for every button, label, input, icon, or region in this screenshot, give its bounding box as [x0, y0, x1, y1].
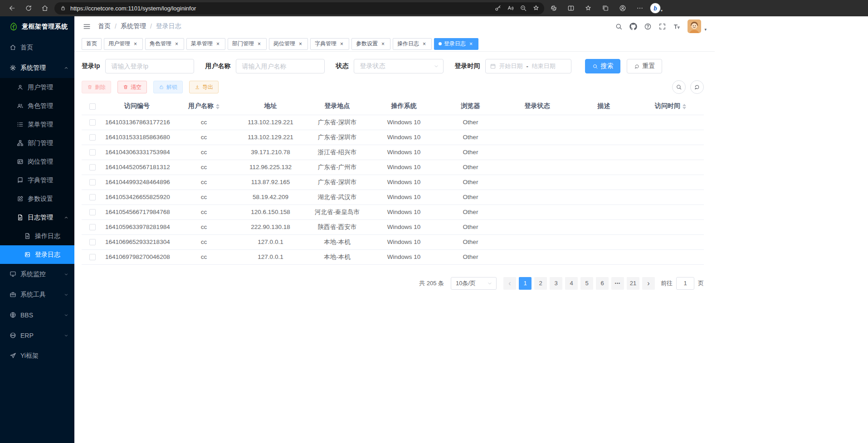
- sidebar-item-log-mgmt[interactable]: 日志管理: [0, 208, 74, 227]
- next-page-button[interactable]: ›: [642, 277, 655, 290]
- browser-profile-icon[interactable]: [616, 2, 629, 15]
- help-icon[interactable]: [644, 23, 652, 30]
- tab-item[interactable]: 菜单管理×: [186, 38, 225, 50]
- header-search-icon[interactable]: [615, 23, 623, 30]
- close-icon[interactable]: ×: [297, 41, 303, 47]
- goto-page-input[interactable]: [676, 277, 694, 290]
- prev-page-button[interactable]: ‹: [503, 277, 516, 290]
- close-icon[interactable]: ×: [215, 41, 221, 47]
- close-icon[interactable]: ×: [380, 41, 386, 47]
- tab-item[interactable]: 字典管理×: [310, 38, 349, 50]
- unlock-button[interactable]: 解锁: [153, 81, 183, 93]
- app-logo[interactable]: 意框架管理系统: [0, 16, 74, 37]
- page-button[interactable]: 3: [550, 277, 562, 290]
- column-header[interactable]: 用户名称: [171, 98, 237, 115]
- row-checkbox[interactable]: [89, 119, 96, 126]
- browser-home-icon[interactable]: [38, 2, 52, 15]
- page-button[interactable]: 5: [580, 277, 593, 290]
- tab-item[interactable]: 角色管理×: [145, 38, 184, 50]
- sidebar-item-yi-framework[interactable]: Yi框架: [0, 346, 74, 366]
- close-icon[interactable]: ×: [339, 41, 345, 47]
- tab-item[interactable]: 首页: [82, 38, 102, 50]
- browser-reload-icon[interactable]: [22, 2, 35, 15]
- sidebar-item-param-settings[interactable]: 参数设置: [0, 190, 74, 208]
- fullscreen-icon[interactable]: [658, 23, 666, 30]
- sidebar-item-dict-mgmt[interactable]: 字典管理: [0, 171, 74, 190]
- sidebar-item-operation-log[interactable]: 操作日志: [0, 227, 74, 245]
- close-icon[interactable]: ×: [132, 41, 138, 47]
- password-key-icon[interactable]: [492, 3, 504, 14]
- extensions-icon[interactable]: [547, 2, 561, 15]
- toggle-search-button[interactable]: [672, 80, 686, 94]
- row-checkbox[interactable]: [89, 209, 96, 215]
- browser-menu-icon[interactable]: [633, 2, 647, 15]
- font-size-icon[interactable]: [673, 23, 681, 30]
- tab-item[interactable]: 岗位管理×: [269, 38, 308, 50]
- sidebar-item-dept-mgmt[interactable]: 部门管理: [0, 134, 74, 152]
- tab-item[interactable]: 用户管理×: [104, 38, 143, 50]
- read-aloud-icon[interactable]: [504, 3, 517, 14]
- page-button[interactable]: 6: [596, 277, 609, 290]
- column-header[interactable]: 访问时间: [637, 98, 704, 115]
- sidebar-item-role-mgmt[interactable]: 角色管理: [0, 97, 74, 115]
- sidebar-item-system-monitor[interactable]: 系统监控: [0, 264, 74, 284]
- favorites-icon[interactable]: [581, 2, 595, 15]
- split-screen-icon[interactable]: [564, 2, 578, 15]
- refresh-table-button[interactable]: [690, 80, 704, 94]
- row-checkbox[interactable]: [89, 179, 96, 185]
- row-checkbox[interactable]: [89, 134, 96, 141]
- sidebar-item-user-mgmt[interactable]: 用户管理: [0, 78, 74, 97]
- sidebar-item-system-tools[interactable]: 系统工具: [0, 284, 74, 305]
- collapse-sidebar-icon[interactable]: [83, 22, 91, 31]
- row-checkbox[interactable]: [89, 254, 96, 260]
- page-button[interactable]: 2: [534, 277, 547, 290]
- clear-button[interactable]: 清空: [117, 81, 147, 93]
- sort-caret-icon[interactable]: [216, 104, 219, 109]
- tab-item[interactable]: 部门管理×: [228, 38, 267, 50]
- breadcrumb-item[interactable]: 首页: [98, 22, 111, 30]
- favorites-add-icon[interactable]: [530, 3, 542, 14]
- page-button[interactable]: 21: [627, 277, 639, 290]
- sidebar-item-erp[interactable]: ERP: [0, 325, 74, 346]
- status-select[interactable]: 登录状态: [354, 59, 444, 73]
- delete-button[interactable]: 删除: [82, 81, 111, 93]
- browser-back-icon[interactable]: [5, 2, 19, 15]
- row-checkbox[interactable]: [89, 194, 96, 200]
- search-button[interactable]: 搜索: [585, 59, 620, 73]
- close-icon[interactable]: ×: [256, 41, 262, 47]
- row-checkbox[interactable]: [89, 239, 96, 245]
- row-checkbox[interactable]: [89, 164, 96, 170]
- bing-chat-button[interactable]: b ▾: [650, 3, 663, 13]
- row-checkbox[interactable]: [89, 224, 96, 230]
- row-checkbox[interactable]: [89, 149, 96, 156]
- url-text[interactable]: https://ccnetcore.com:1101/system/log/lo…: [70, 5, 492, 12]
- sidebar-item-post-mgmt[interactable]: 岗位管理: [0, 152, 74, 171]
- export-button[interactable]: 导出: [189, 81, 219, 93]
- address-bar[interactable]: https://ccnetcore.com:1101/system/log/lo…: [54, 2, 544, 15]
- zoom-out-icon[interactable]: [517, 3, 530, 14]
- ip-input[interactable]: [105, 59, 194, 73]
- sort-caret-icon[interactable]: [683, 104, 686, 109]
- sidebar-item-system-mgmt[interactable]: 系统管理: [0, 58, 74, 78]
- sidebar-item-bbs[interactable]: BBS: [0, 305, 74, 325]
- close-icon[interactable]: ×: [468, 41, 474, 47]
- page-size-select[interactable]: 10条/页: [451, 277, 497, 290]
- tab-item[interactable]: 登录日志×: [434, 38, 478, 50]
- close-icon[interactable]: ×: [421, 41, 427, 47]
- breadcrumb-item[interactable]: 系统管理: [121, 22, 146, 30]
- date-range-picker[interactable]: 开始日期 - 结束日期: [485, 59, 571, 73]
- close-icon[interactable]: ×: [174, 41, 180, 47]
- username-input[interactable]: [236, 59, 325, 73]
- reset-button[interactable]: 重置: [627, 59, 662, 73]
- sidebar-item-menu-mgmt[interactable]: 菜单管理: [0, 115, 74, 134]
- select-all-checkbox[interactable]: [89, 103, 96, 110]
- site-info-lock-icon[interactable]: [60, 5, 66, 11]
- page-button[interactable]: 1: [519, 277, 532, 290]
- tab-item[interactable]: 参数设置×: [351, 38, 390, 50]
- user-menu-caret-icon[interactable]: ▾: [704, 27, 707, 32]
- tab-item[interactable]: 操作日志×: [393, 38, 432, 50]
- github-icon[interactable]: [629, 23, 637, 30]
- more-pages-button[interactable]: •••: [611, 277, 624, 290]
- collections-icon[interactable]: [599, 2, 612, 15]
- sidebar-item-login-log[interactable]: 登录日志: [0, 245, 74, 264]
